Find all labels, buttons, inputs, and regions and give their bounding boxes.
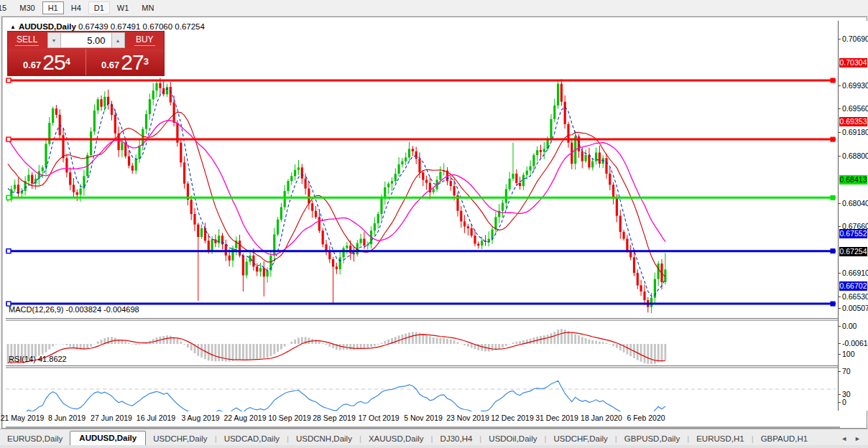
- date-axis-label: 10 Sep 2019: [268, 414, 311, 422]
- macd-indicator-label: MACD(12,26,9) -0.003824 -0.004698: [9, 305, 139, 314]
- spin-down-icon: ▼: [52, 38, 57, 43]
- date-axis-label: 17 Oct 2019: [358, 414, 399, 422]
- price-axis-label: 0.69930: [842, 81, 868, 90]
- chart-tab-eurusd-h1[interactable]: EURUSD,H1: [689, 432, 751, 446]
- price-chart-canvas[interactable]: [6, 38, 840, 428]
- volume-spinner: ▼ 5.00 ▲: [47, 32, 126, 49]
- date-axis-label: 3 Aug 2019: [181, 414, 219, 422]
- price-axis-label: 0.70690: [842, 34, 868, 43]
- window-bottom-edge: [0, 445, 868, 448]
- chart-tab-gbpusd-daily[interactable]: GBPUSD,Daily: [617, 432, 687, 446]
- timeframe-button-d1[interactable]: D1: [88, 1, 110, 14]
- rsi-axis-label: 100: [842, 350, 855, 358]
- level-price-badge: 0.68413: [839, 175, 867, 185]
- date-axis-label: 18 Jan 2020: [581, 414, 622, 422]
- spin-up-icon: ▲: [116, 38, 121, 43]
- one-click-trading-panel: SELL ▼ 5.00 ▲ BUY 0.67254 0.67273: [7, 31, 165, 76]
- chart-tab-audusd-daily[interactable]: AUDUSD,Daily: [70, 431, 146, 446]
- date-axis-label: 22 Aug 2019: [224, 414, 267, 422]
- volume-input[interactable]: 5.00: [61, 32, 111, 48]
- chart-tab-usdcnh-daily[interactable]: USDCNH,Daily: [289, 432, 359, 446]
- date-axis-label: 23 Nov 2019: [446, 414, 489, 422]
- date-axis-label: 6 Feb 2020: [627, 414, 665, 422]
- chart-tab-bar: EURUSD,DailyAUDUSD,DailyUSDCHF,Daily|USD…: [0, 429, 868, 446]
- chart-tab-usdoil-daily[interactable]: USDOil,Daily: [481, 432, 544, 446]
- rsi-indicator-label: RSI(14) 41.8622: [9, 355, 67, 363]
- timeframe-button-h1[interactable]: H1: [42, 1, 64, 14]
- volume-increase-button[interactable]: ▲: [111, 32, 125, 48]
- chart-tab-usdcad-daily[interactable]: USDCAD,Daily: [217, 432, 287, 446]
- sell-price-display[interactable]: 0.67254: [8, 49, 86, 75]
- chart-tab-gbpaud-h1[interactable]: GBPAUD,H1: [754, 432, 816, 446]
- tabs-scroll-right-icon[interactable]: ►: [854, 435, 861, 442]
- macd-axis-label: -0.00614: [842, 339, 868, 347]
- chart-tab-usdchf-daily[interactable]: USDCHF,Daily: [146, 432, 214, 446]
- rsi-axis-label: 0: [842, 398, 846, 406]
- timeframe-button-m30[interactable]: M30: [14, 1, 40, 14]
- price-axis-label: 0.66530: [842, 292, 868, 301]
- chart-title: ▲AUDUSD,Daily 0.67439 0.67491 0.67060 0.…: [10, 22, 205, 31]
- date-axis-label: 5 Nov 2019: [404, 414, 443, 422]
- tabs-scroll-left-icon[interactable]: ◄: [841, 435, 847, 442]
- price-axis-label: 0.68040: [842, 199, 868, 207]
- date-axis-label: 12 Dec 2019: [491, 414, 534, 422]
- chart-window: [1, 17, 867, 429]
- chart-tab-xauusd-daily[interactable]: XAUUSD,Daily: [361, 432, 431, 446]
- buy-button[interactable]: BUY: [126, 32, 165, 49]
- level-price-badge: 0.69353: [839, 117, 867, 126]
- rsi-value: 41.8622: [38, 355, 67, 363]
- chart-ohlc-values: 0.67439 0.67491 0.67060 0.67254: [78, 22, 205, 31]
- chart-tab-dj30-h4[interactable]: DJ30,H4: [433, 432, 480, 446]
- chart-tab-eurusd-daily[interactable]: EURUSD,Daily: [0, 432, 70, 446]
- level-price-badge: 0.67552: [839, 229, 867, 238]
- chart-symbol: AUDUSD,Daily: [19, 22, 76, 31]
- timeframe-button-h4[interactable]: H4: [65, 1, 87, 14]
- level-price-badge: 0.70304: [839, 58, 867, 67]
- buy-price-display[interactable]: 0.67273: [86, 49, 164, 75]
- macd-values: -0.003824 -0.004698: [65, 305, 139, 314]
- sell-button[interactable]: SELL: [8, 32, 47, 49]
- date-axis-label: 28 Sep 2019: [313, 414, 356, 422]
- date-axis-label: 8 Jun 2019: [48, 414, 86, 422]
- date-axis-label: 31 Dec 2019: [535, 414, 578, 422]
- macd-axis-label: 0.005076: [842, 304, 868, 312]
- timeframe-button-15[interactable]: 15: [0, 1, 12, 14]
- volume-decrease-button[interactable]: ▼: [47, 32, 61, 48]
- date-axis-label: 21 May 2019: [1, 414, 45, 422]
- rsi-axis-label: 70: [842, 367, 851, 375]
- chart-tab-usdchf-daily[interactable]: USDCHF,Daily: [546, 432, 614, 446]
- timeframe-button-mn[interactable]: MN: [136, 1, 160, 14]
- price-axis[interactable]: 0.706900.699300.695600.691800.688000.680…: [838, 21, 868, 411]
- date-axis-label: 16 Jul 2019: [137, 414, 175, 422]
- timeframe-button-w1[interactable]: W1: [111, 1, 135, 14]
- date-axis-label: 27 Jun 2019: [91, 414, 132, 422]
- price-axis-label: 0.69180: [842, 128, 868, 136]
- price-axis-label: 0.66910: [842, 269, 868, 277]
- macd-axis-label: 0.00: [842, 322, 857, 330]
- timeframe-toolbar: 15M30H1H4D1W1MN: [0, 0, 868, 17]
- date-axis[interactable]: 21 May 20198 Jun 201927 Jun 201916 Jul 2…: [4, 411, 837, 425]
- level-price-badge: 0.66702: [839, 281, 867, 291]
- price-axis-label: 0.68800: [842, 151, 868, 160]
- price-axis-label: 0.69560: [842, 104, 868, 113]
- collapse-panel-icon[interactable]: ▲: [10, 24, 16, 30]
- current-price-badge: 0.67254: [839, 247, 867, 256]
